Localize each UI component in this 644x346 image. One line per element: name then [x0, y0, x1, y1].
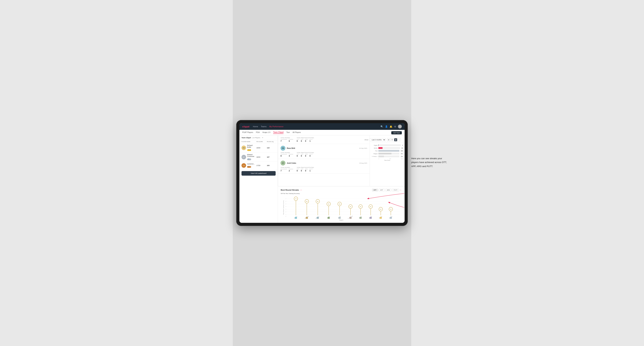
app-stat: APP 0 — [301, 139, 303, 142]
rank-badge: 🏅 1 — [247, 149, 251, 151]
pb-avg: 103 — [267, 165, 276, 166]
sub-nav: PGAT Players PGA Hcaps 1-5 Team Clippd T… — [240, 130, 404, 135]
list-view-btn[interactable]: ☰ — [390, 138, 394, 141]
practice-activities-group: Total Practice Activities OTT 0 — [296, 137, 314, 142]
show-bar: Show Last 3 months ⊞ ☰ ▦ ↓ — [372, 137, 403, 143]
avatar[interactable]: U — [398, 125, 402, 128]
player-name: Cameron... — [247, 163, 255, 165]
section-title: Best Round Streaks ← — [281, 188, 302, 191]
team-header: Team Clippd | 14 Players ✏ — [240, 135, 278, 140]
streak-chart-area: Best Streak, Fairway Accuracy — [282, 196, 400, 219]
search-icon[interactable]: 🔍 — [380, 125, 383, 128]
pb-score: 19/20 — [256, 147, 267, 149]
svg-text:6: 6 — [286, 201, 286, 202]
rank-badge: 🥈 2 — [247, 159, 251, 160]
pb-score: 18/20 — [256, 156, 267, 158]
sub-nav-hcaps[interactable]: Hcaps 1-5 — [262, 131, 270, 134]
bar-fill-eagles — [378, 144, 378, 146]
rees-rounds: Total Rounds Tournament 8 — [280, 152, 293, 157]
dbogeys-value: 131 — [401, 156, 403, 157]
card-header: RB Rees Britt 02 Sep 2023 — [280, 146, 367, 151]
annotation-arrow-right: ← — [400, 189, 402, 191]
add-team-button[interactable]: Add Team — [391, 131, 402, 134]
x-label-0: 0 — [378, 158, 379, 159]
nav-home[interactable]: Home — [253, 126, 258, 128]
svg-text:Best Streak, Fairway Accuracy: Best Streak, Fairway Accuracy — [283, 200, 284, 214]
sub-nav-team-clippd[interactable]: Team Clippd — [273, 131, 284, 134]
pars-label: Pars — [372, 150, 378, 152]
filter-putt[interactable]: PUTT — [392, 189, 399, 191]
svg-text:0: 0 — [286, 216, 286, 217]
bar-row-bogeys: Bogeys 311 — [372, 153, 403, 155]
col-pb-avg: PB AVG SQ — [267, 141, 276, 142]
export-btn[interactable]: ↓ — [398, 138, 401, 141]
player-row[interactable]: CA Cameron... 🥉 3 17/20 103 — [240, 162, 278, 169]
bar-track-pars — [378, 150, 399, 152]
left-panel: Team Clippd | 14 Players ✏ PLAYER NAME P… — [240, 135, 278, 223]
eagles-value: 3 — [402, 145, 403, 146]
svg-text:3x: 3x — [380, 209, 382, 210]
svg-text:4x: 4x — [350, 206, 351, 207]
players-label: Players — [281, 219, 402, 221]
sub-nav-right: Add Team — [391, 131, 402, 134]
upper-right: Total Rounds Tournament 7 — [278, 135, 404, 186]
card-name-josh: Josh Coles — [287, 162, 296, 164]
sub-nav-pga[interactable]: PGA — [256, 131, 260, 134]
pars-value: 499 — [401, 150, 403, 152]
card-header-josh: JC Josh Coles 26 Aug 2023 — [280, 161, 367, 166]
tournament-label: Tournament — [280, 139, 287, 140]
chart-x-labels: 0 200 400 — [372, 158, 403, 159]
nav-teams[interactable]: Teams — [261, 126, 266, 128]
bar-fill-birdies — [378, 147, 382, 149]
birdies-label: Birdies — [372, 148, 378, 149]
nav-my-performance[interactable]: My Performance — [269, 126, 284, 128]
view-full-leaderboard-button[interactable]: View Full Leaderboard — [242, 171, 276, 176]
grid-view-btn[interactable]: ⊞ — [387, 138, 390, 141]
card-name-rees: Rees Britt — [287, 147, 295, 149]
pb-avg: 110 — [267, 147, 276, 149]
sub-nav-all-players[interactable]: All Players — [292, 131, 301, 134]
streak-svg: Best Streak, Fairway Accuracy — [282, 196, 400, 219]
svg-text:5x: 5x — [328, 203, 329, 205]
sub-nav-pgat[interactable]: PGAT Players — [242, 131, 253, 134]
total-rounds-label: Total Rounds — [280, 137, 293, 138]
player-avatar: EC — [242, 155, 246, 159]
bogeys-label: Bogeys — [372, 153, 378, 154]
edit-icon[interactable]: ✏ — [262, 137, 264, 139]
sub-title: Off The Tee, Fairway Accuracy — [281, 193, 402, 194]
bar-chart-panel: Show Last 3 months ⊞ ☰ ▦ ↓ — [370, 135, 404, 186]
filter-ott[interactable]: OTT — [372, 189, 378, 191]
bar-fill-pars — [378, 150, 399, 152]
x-label-400: 400 — [401, 158, 403, 159]
player-info: CA Cameron... 🥉 3 — [242, 163, 256, 168]
arg-stat: ARG 0 — [305, 139, 308, 142]
main-content: Team Clippd | 14 Players ✏ PLAYER NAME P… — [240, 135, 404, 223]
view-icons: ⊞ ☰ ▦ ↓ — [387, 138, 401, 141]
chart-view-btn[interactable]: ▦ — [394, 138, 397, 141]
svg-text:3: 3 — [286, 209, 286, 210]
bar-row-dbogeys: D. Bogeys + 131 — [372, 156, 403, 157]
bar-track-dbogeys — [378, 156, 399, 157]
player-row[interactable]: RB Richard Butler 🏅 1 19/20 110 — [240, 143, 278, 153]
pb-score: 17/20 — [256, 165, 267, 166]
svg-text:3x: 3x — [390, 209, 392, 210]
sub-nav-tour[interactable]: Tour — [286, 131, 290, 134]
player-info: RB Richard Butler 🏅 1 — [242, 145, 256, 151]
bar-row-birdies: Birdies 96 — [372, 147, 403, 149]
player-info: EC Edward Crossman 🥈 2 — [242, 154, 256, 161]
show-label: Show — [364, 139, 368, 141]
bell-icon[interactable]: 🔔 — [390, 125, 392, 128]
total-rounds-group: Total Rounds Tournament 7 — [280, 137, 293, 142]
practice-activities-label: Total Practice Activities — [296, 137, 314, 138]
bar-row-pars: Pars 499 — [372, 150, 403, 152]
filter-app[interactable]: APP — [379, 189, 385, 191]
bar-track-eagles — [378, 144, 401, 146]
user-icon[interactable]: 👤 — [385, 125, 388, 128]
eagles-label: Eagles — [372, 145, 378, 146]
bar-chart: Eagles 3 Birdies — [372, 144, 403, 161]
show-select[interactable]: Last 3 months — [370, 138, 386, 141]
settings-icon[interactable]: ⚙ — [394, 125, 396, 128]
player-row[interactable]: EC Edward Crossman 🥈 2 18/20 107 — [240, 153, 278, 162]
player-card-rees: RB Rees Britt 02 Sep 2023 Total Rounds — [278, 144, 370, 159]
filter-arg[interactable]: ARG — [385, 189, 392, 191]
